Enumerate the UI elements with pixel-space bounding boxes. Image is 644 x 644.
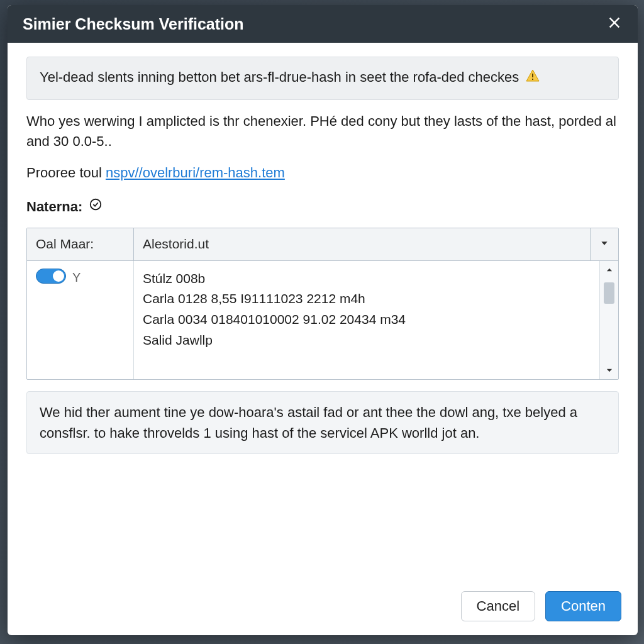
hash-line: Carla 0034 018401010002 91.02 20434 m34: [143, 309, 591, 330]
checksum-dialog: Simier Checksum Verification Yel-dead sl…: [8, 5, 638, 635]
dialog-titlebar: Simier Checksum Verification: [8, 5, 638, 43]
scroll-up-button[interactable]: [600, 261, 618, 279]
table-cell-toggle: Y: [27, 261, 134, 379]
table-header-col2: Alestorid.ut: [134, 228, 591, 260]
scroll-track[interactable]: [600, 279, 618, 362]
table-header-row: Oal Maar: Alestorid.ut: [27, 228, 618, 260]
source-link[interactable]: nspv//ovelrburi/rem-hash.tem: [106, 165, 285, 180]
table-body: Y Stúlz 008b Carla 0128 8,55 I91111023 2…: [27, 261, 618, 379]
warning-text: Yel-dead slents inning betton bet ars-fl…: [40, 69, 519, 85]
toggle-label: Y: [72, 269, 80, 287]
hash-line: Salid Jawllp: [143, 330, 591, 351]
results-table: Oal Maar: Alestorid.ut Y Stúlz 008b: [26, 228, 619, 379]
description-text: Who yes werwing I amplicted is thr chene…: [26, 111, 619, 152]
svg-rect-2: [532, 74, 533, 77]
dialog-backdrop: Simier Checksum Verification Yel-dead sl…: [0, 0, 644, 644]
check-circle-icon: [89, 197, 103, 217]
dialog-body: Yel-dead slents inning betton bet ars-fl…: [8, 43, 638, 581]
section-label: Naterna:: [26, 197, 619, 217]
close-button[interactable]: [604, 13, 625, 35]
svg-rect-3: [532, 79, 533, 80]
table-scrollbar[interactable]: [599, 261, 618, 379]
continue-button[interactable]: Conten: [545, 591, 621, 621]
scroll-down-button[interactable]: [600, 362, 618, 379]
close-icon: [608, 16, 621, 32]
link-row: Prooree toul nspv//ovelrburi/rem-hash.te…: [26, 163, 619, 183]
scroll-thumb[interactable]: [604, 282, 614, 304]
chevron-down-icon: [605, 360, 614, 380]
warning-icon: [525, 69, 540, 89]
warning-alert: Yel-dead slents inning betton bet ars-fl…: [26, 57, 619, 100]
table-cell-hashes: Stúlz 008b Carla 0128 8,55 I91111023 221…: [134, 261, 599, 379]
table-header-col1: Oal Maar:: [27, 228, 134, 260]
hash-line: Stúlz 008b: [143, 269, 591, 289]
svg-point-4: [91, 199, 101, 209]
section-label-text: Naterna:: [26, 197, 82, 217]
table-header-dropdown[interactable]: [591, 228, 618, 260]
cancel-button[interactable]: Cancel: [461, 591, 535, 621]
dialog-title: Simier Checksum Verification: [23, 15, 604, 33]
info-box: We hid ther aument tine ye dow-hoara's a…: [26, 391, 619, 454]
chevron-up-icon: [605, 260, 614, 280]
row-toggle[interactable]: [36, 269, 66, 284]
chevron-down-icon: [599, 235, 609, 253]
dialog-footer: Cancel Conten: [8, 581, 638, 635]
link-prefix: Prooree toul: [26, 165, 106, 180]
hash-line: Carla 0128 8,55 I91111023 2212 m4h: [143, 289, 591, 309]
